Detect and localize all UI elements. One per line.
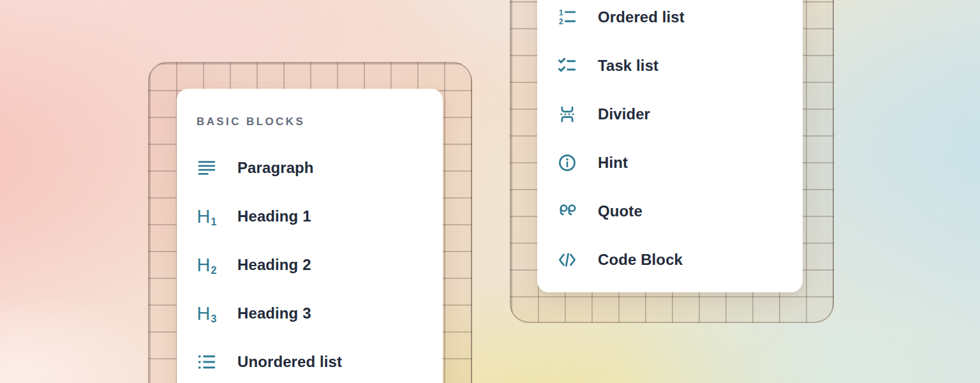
menu-item-unordered-list[interactable]: Unordered list bbox=[177, 338, 443, 383]
heading-3-icon: H3 bbox=[197, 303, 217, 324]
menu-item-label: Hint bbox=[598, 154, 628, 172]
basic-blocks-menu-card: BASIC BLOCKS Paragraph H1 Heading 1 H2 bbox=[177, 89, 443, 383]
heading-1-icon: H1 bbox=[197, 206, 217, 227]
task-list-icon bbox=[557, 55, 577, 77]
menu-rows-left: Paragraph H1 Heading 1 H2 Heading 2 H3 H… bbox=[177, 144, 443, 383]
hero-background: BASIC BLOCKS Paragraph H1 Heading 1 H2 bbox=[0, 0, 980, 383]
menu-item-heading-3[interactable]: H3 Heading 3 bbox=[177, 289, 443, 338]
svg-text:1: 1 bbox=[559, 8, 563, 17]
menu-item-paragraph[interactable]: Paragraph bbox=[177, 144, 443, 192]
hint-icon bbox=[557, 152, 577, 174]
menu-item-label: Unordered list bbox=[237, 353, 342, 371]
menu-item-code-block[interactable]: Code Block bbox=[537, 236, 803, 284]
menu-item-label: Quote bbox=[598, 202, 642, 220]
unordered-list-icon bbox=[197, 351, 217, 373]
menu-item-label: Heading 3 bbox=[237, 304, 311, 322]
menu-item-label: Divider bbox=[598, 105, 650, 123]
menu-item-task-list[interactable]: Task list bbox=[537, 41, 803, 90]
blocks-menu-card-right: 1 2 Ordered list Task list bbox=[537, 0, 803, 292]
heading-2-icon: H2 bbox=[197, 254, 217, 276]
menu-item-ordered-list[interactable]: 1 2 Ordered list bbox=[537, 0, 803, 41]
code-block-icon bbox=[557, 249, 577, 271]
menu-item-hint[interactable]: Hint bbox=[537, 139, 803, 187]
menu-item-label: Code Block bbox=[598, 251, 683, 269]
menu-rows-right: 1 2 Ordered list Task list bbox=[537, 0, 803, 284]
menu-item-label: Heading 2 bbox=[237, 256, 311, 274]
paragraph-icon bbox=[197, 157, 217, 179]
menu-item-heading-2[interactable]: H2 Heading 2 bbox=[177, 241, 443, 289]
menu-item-divider[interactable]: Divider bbox=[537, 90, 803, 139]
menu-item-quote[interactable]: Quote bbox=[537, 187, 803, 236]
section-label: BASIC BLOCKS bbox=[197, 116, 443, 128]
divider-icon bbox=[557, 103, 577, 125]
svg-text:2: 2 bbox=[559, 17, 563, 26]
ordered-list-icon: 1 2 bbox=[557, 6, 577, 28]
quote-icon bbox=[557, 200, 577, 222]
menu-item-heading-1[interactable]: H1 Heading 1 bbox=[177, 192, 443, 241]
menu-item-label: Task list bbox=[598, 57, 658, 75]
menu-item-label: Heading 1 bbox=[237, 207, 311, 225]
menu-item-label: Paragraph bbox=[237, 159, 314, 177]
menu-item-label: Ordered list bbox=[598, 8, 685, 26]
